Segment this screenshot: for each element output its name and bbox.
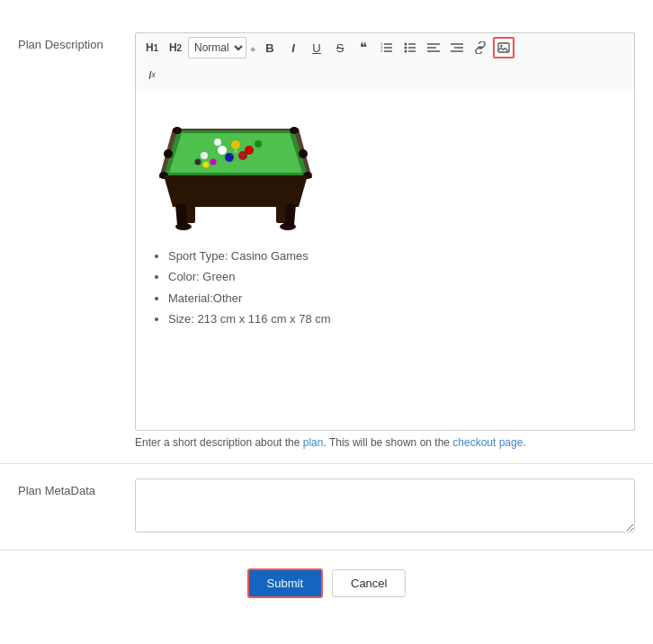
bold-button[interactable]: B: [259, 37, 281, 58]
cancel-button[interactable]: Cancel: [332, 569, 406, 597]
svg-point-43: [214, 139, 221, 146]
editor-content[interactable]: Sport Type: Casino Games Color: Green Ma…: [135, 89, 635, 431]
svg-rect-35: [276, 205, 285, 223]
align-left-button[interactable]: [423, 37, 444, 58]
image-button[interactable]: [493, 37, 514, 58]
svg-point-11: [405, 50, 407, 53]
billiard-table-image: [150, 103, 321, 238]
plan-metadata-row: Plan MetaData: [0, 464, 653, 550]
svg-point-27: [173, 127, 182, 134]
svg-point-9: [405, 43, 407, 46]
svg-point-36: [175, 223, 192, 230]
submit-button[interactable]: Submit: [247, 568, 323, 598]
bullet-sport-type: Sport Type: Casino Games: [168, 246, 331, 266]
blockquote-button[interactable]: ❝: [353, 37, 374, 58]
editor-toolbar-row1: H1 H2 Normal H1 H2 H3 ⬥ B I U S ❝ 1.2.3.: [135, 32, 635, 62]
svg-point-42: [238, 151, 247, 160]
plan-metadata-input[interactable]: [135, 479, 635, 532]
plan-description-row: Plan Description H1 H2 Normal H1 H2 H3 ⬥…: [0, 18, 653, 464]
plan-description-field: H1 H2 Normal H1 H2 H3 ⬥ B I U S ❝ 1.2.3.: [135, 32, 635, 449]
plan-description-label: Plan Description: [18, 32, 135, 51]
h1-button[interactable]: H1: [141, 37, 163, 58]
bullet-size: Size: 213 cm x 116 cm x 78 cm: [168, 309, 331, 329]
plan-metadata-field: [135, 479, 635, 535]
underline-button[interactable]: U: [306, 37, 327, 58]
svg-point-26: [299, 149, 308, 158]
svg-point-10: [405, 47, 407, 49]
form-buttons: Submit Cancel: [0, 550, 653, 616]
svg-point-37: [280, 223, 296, 230]
italic-button[interactable]: I: [282, 37, 304, 58]
svg-point-38: [218, 146, 227, 155]
clear-format-button[interactable]: Ix: [141, 64, 163, 85]
svg-point-19: [500, 45, 502, 47]
svg-point-41: [225, 153, 234, 162]
bullet-color: Color: Green: [168, 266, 331, 287]
align-right-button[interactable]: [446, 37, 468, 58]
svg-point-39: [231, 140, 240, 149]
svg-text:3.: 3.: [380, 49, 383, 53]
bullet-material: Material:Other: [168, 288, 331, 309]
svg-point-48: [210, 159, 217, 165]
description-hint: Enter a short description about the plan…: [135, 436, 635, 449]
link-button[interactable]: [470, 37, 491, 58]
svg-point-47: [203, 162, 210, 168]
svg-point-45: [201, 152, 208, 159]
content-bullets: Sport Type: Casino Games Color: Green Ma…: [168, 246, 331, 330]
plan-metadata-label: Plan MetaData: [18, 479, 135, 497]
svg-point-28: [290, 127, 299, 134]
svg-point-25: [164, 149, 173, 158]
ordered-list-button[interactable]: 1.2.3.: [376, 37, 398, 58]
unordered-list-button[interactable]: [399, 37, 421, 58]
svg-point-44: [255, 140, 262, 148]
h2-button[interactable]: H2: [165, 37, 186, 58]
strikethrough-button[interactable]: S: [329, 37, 351, 58]
format-select[interactable]: Normal H1 H2 H3: [188, 37, 246, 58]
svg-rect-34: [186, 205, 195, 223]
svg-marker-31: [164, 175, 308, 207]
editor-toolbar-row2: Ix: [135, 62, 635, 89]
svg-point-46: [195, 159, 201, 165]
